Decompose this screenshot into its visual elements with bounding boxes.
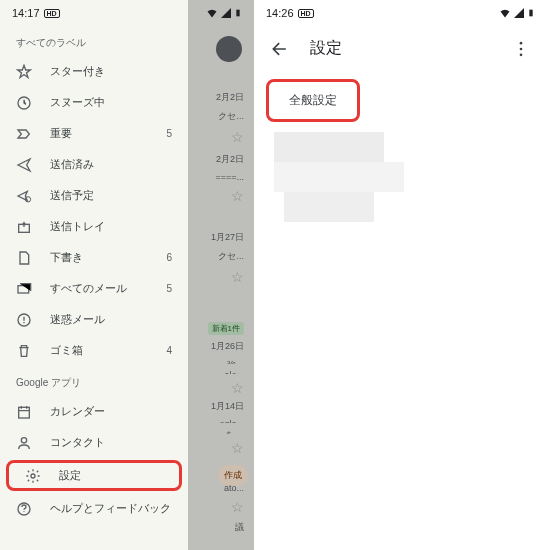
status-icons — [206, 7, 242, 19]
nav-item-trash[interactable]: ゴミ箱 4 — [0, 335, 188, 366]
section-header-labels: すべてのラベル — [0, 26, 188, 56]
star-outline-icon: ☆ — [231, 380, 244, 396]
mail-row: 1月26日 、強... alo... ☆ — [188, 340, 246, 396]
trash-icon — [16, 343, 32, 359]
mail-row: 新着1件 — [188, 300, 246, 356]
star-outline-icon: ☆ — [231, 129, 244, 145]
nav-item-help[interactable]: ヘルプとフィードバック — [0, 493, 188, 524]
arrow-left-icon — [270, 39, 290, 59]
status-time: 14:17 — [12, 7, 40, 19]
svg-point-10 — [520, 47, 523, 50]
settings-list: 全般設定 — [254, 71, 547, 240]
wifi-icon — [206, 7, 218, 19]
star-outline-icon: ☆ — [231, 499, 244, 515]
nav-item-settings[interactable]: 設定 — [6, 460, 182, 491]
wifi-icon — [499, 7, 511, 19]
phone-right: 14:26 HD 設定 全般設定 — [254, 0, 547, 550]
star-outline-icon: ☆ — [231, 188, 244, 204]
nav-count: 5 — [166, 283, 172, 294]
nav-item-snoozed[interactable]: スヌーズ中 — [0, 87, 188, 118]
appbar: 設定 — [254, 26, 547, 71]
file-icon — [16, 250, 32, 266]
svg-rect-5 — [19, 407, 30, 418]
nav-count: 5 — [166, 128, 172, 139]
battery-icon — [234, 7, 242, 19]
help-icon — [16, 501, 32, 517]
back-button[interactable] — [270, 39, 290, 59]
nav-label: カレンダー — [50, 404, 172, 419]
mail-row: ato... ☆ 議 — [188, 480, 246, 536]
star-icon — [16, 64, 32, 80]
mail-row: 2月2日 ====... ☆ — [188, 150, 246, 206]
nav-item-starred[interactable]: スター付き — [0, 56, 188, 87]
nav-label: 設定 — [59, 468, 163, 483]
more-vert-icon — [511, 39, 531, 59]
mail-row: 1月27日 クセ... ☆ — [188, 230, 246, 286]
svg-point-11 — [520, 53, 523, 56]
important-icon — [16, 126, 32, 142]
clock-icon — [16, 95, 32, 111]
status-icons — [499, 7, 535, 19]
drawer-scrim[interactable]: 2月2日 クセ... ☆ 2月2日 ====... ☆ 1月27日 クセ... … — [188, 0, 254, 550]
stacked-mail-icon — [16, 281, 32, 297]
nav-label: ゴミ箱 — [50, 343, 148, 358]
svg-point-9 — [520, 41, 523, 44]
nav-item-allmail[interactable]: すべてのメール 5 — [0, 273, 188, 304]
nav-item-sent[interactable]: 送信済み — [0, 149, 188, 180]
nav-count: 4 — [166, 345, 172, 356]
nav-item-important[interactable]: 重要 5 — [0, 118, 188, 149]
battery-icon — [527, 7, 535, 19]
hd-badge: HD — [44, 9, 60, 18]
status-bar-left: 14:17 HD — [0, 0, 254, 26]
nav-label: 重要 — [50, 126, 148, 141]
status-bar-right: 14:26 HD — [254, 0, 547, 26]
hd-badge: HD — [298, 9, 314, 18]
nav-label: 送信トレイ — [50, 219, 172, 234]
page-title: 設定 — [310, 38, 491, 59]
mail-row: 2月2日 クセ... ☆ — [188, 90, 246, 146]
mail-row: 1月14日 ogle... 」を ... ☆ — [188, 400, 246, 456]
status-time: 14:26 — [266, 7, 294, 19]
redacted-content — [274, 132, 404, 222]
nav-item-outbox[interactable]: 送信トレイ — [0, 211, 188, 242]
nav-label: コンタクト — [50, 435, 172, 450]
phone-left: 14:17 HD すべてのラベル スター付き スヌーズ中 — [0, 0, 254, 550]
nav-item-scheduled[interactable]: 送信予定 — [0, 180, 188, 211]
new-badge: 新着1件 — [208, 322, 244, 335]
nav-label: ヘルプとフィードバック — [50, 501, 172, 516]
compose-button: 作成 — [218, 465, 248, 486]
star-outline-icon: ☆ — [231, 269, 244, 285]
signal-icon — [220, 7, 232, 19]
outbox-icon — [16, 219, 32, 235]
nav-label: スター付き — [50, 64, 172, 79]
signal-icon — [513, 7, 525, 19]
settings-item-label: 全般設定 — [289, 93, 337, 107]
avatar — [216, 36, 242, 62]
nav-item-drafts[interactable]: 下書き 6 — [0, 242, 188, 273]
calendar-icon — [16, 404, 32, 420]
nav-item-spam[interactable]: 迷惑メール — [0, 304, 188, 335]
person-icon — [16, 435, 32, 451]
more-button[interactable] — [511, 39, 531, 59]
nav-item-calendar[interactable]: カレンダー — [0, 396, 188, 427]
gear-icon — [25, 468, 41, 484]
nav-label: スヌーズ中 — [50, 95, 172, 110]
nav-label: すべてのメール — [50, 281, 148, 296]
nav-label: 迷惑メール — [50, 312, 172, 327]
send-icon — [16, 157, 32, 173]
nav-label: 送信予定 — [50, 188, 172, 203]
star-outline-icon: ☆ — [231, 440, 244, 456]
nav-item-contacts[interactable]: コンタクト — [0, 427, 188, 458]
schedule-send-icon — [16, 188, 32, 204]
section-header-apps: Google アプリ — [0, 366, 188, 396]
nav-label: 送信済み — [50, 157, 172, 172]
settings-item-general[interactable]: 全般設定 — [266, 79, 360, 122]
nav-count: 6 — [166, 252, 172, 263]
spam-icon — [16, 312, 32, 328]
nav-label: 下書き — [50, 250, 148, 265]
svg-point-7 — [31, 474, 35, 478]
svg-point-6 — [21, 437, 26, 442]
navigation-drawer[interactable]: すべてのラベル スター付き スヌーズ中 重要 5 送信済み — [0, 0, 188, 550]
